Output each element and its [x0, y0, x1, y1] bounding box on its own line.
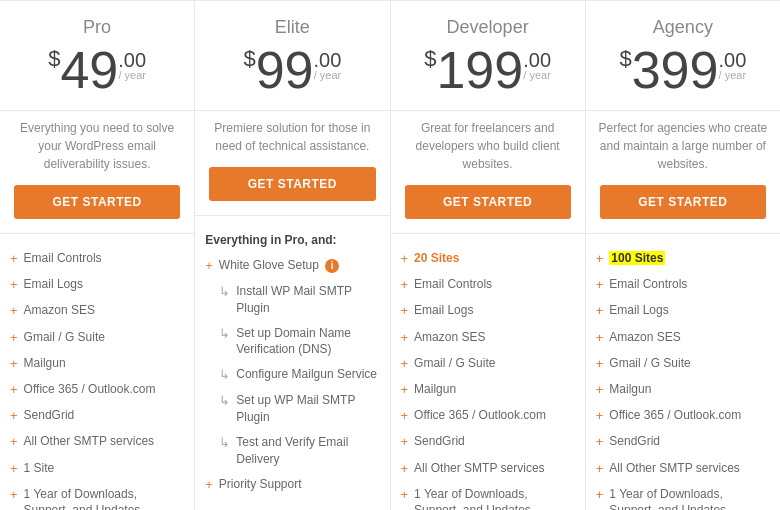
- plan-pro-amount: 49: [60, 44, 118, 96]
- feature-agency-8-text: All Other SMTP services: [609, 460, 770, 477]
- plan-elite-cta-button[interactable]: GET STARTED: [209, 167, 375, 201]
- plan-developer-feature-9: +1 Year of Downloads, Support, and Updat…: [401, 482, 575, 510]
- feature-agency-2-text: Email Logs: [609, 302, 770, 319]
- plan-pro-currency: $: [48, 48, 60, 70]
- plan-agency-name: Agency: [598, 17, 768, 38]
- plan-developer-currency: $: [424, 48, 436, 70]
- plan-elite-price: $99.00/ year: [207, 44, 377, 96]
- plus-icon: +: [10, 329, 18, 347]
- plus-icon: +: [10, 460, 18, 478]
- plan-agency-feature-4: +Gmail / G Suite: [596, 351, 770, 377]
- plan-elite-feature-2: ↳Set up Domain Name Verification (DNS): [205, 321, 379, 363]
- info-icon[interactable]: i: [325, 259, 339, 273]
- feature-developer-9-text: 1 Year of Downloads, Support, and Update…: [414, 486, 575, 510]
- plan-developer-cta-button[interactable]: GET STARTED: [405, 185, 571, 219]
- plan-elite-features: Everything in Pro, and:+White Glove Setu…: [195, 215, 389, 510]
- feature-elite-6-text: Priority Support: [219, 476, 380, 493]
- feature-agency-3-text: Amazon SES: [609, 329, 770, 346]
- plan-developer-amount: 199: [436, 44, 523, 96]
- plan-developer-header: Developer$199.00/ year: [391, 1, 585, 111]
- plan-agency-amount: 399: [632, 44, 719, 96]
- plan-developer-description: Great for freelancers and developers who…: [391, 111, 585, 185]
- plan-developer-per-year: / year: [523, 70, 551, 81]
- plan-agency-feature-8: +All Other SMTP services: [596, 456, 770, 482]
- plan-agency-cta-button[interactable]: GET STARTED: [600, 185, 766, 219]
- plan-agency-price: $399.00/ year: [598, 44, 768, 96]
- indent-icon: ↳: [219, 366, 230, 384]
- feature-agency-6-text: Office 365 / Outlook.com: [609, 407, 770, 424]
- plan-developer-name: Developer: [403, 17, 573, 38]
- plan-pro-price: $49.00/ year: [12, 44, 182, 96]
- plan-elite-feature-1: ↳Install WP Mail SMTP Plugin: [205, 279, 379, 321]
- plus-icon: +: [10, 381, 18, 399]
- plan-elite-feature-0: +White Glove Setup i: [205, 253, 379, 279]
- feature-elite-0-text: White Glove Setup i: [219, 257, 380, 274]
- plan-developer-feature-0: +20 Sites: [401, 246, 575, 272]
- plan-pro-feature-8: +1 Site: [10, 456, 184, 482]
- plus-icon: +: [205, 257, 213, 275]
- plan-developer-features: +20 Sites+Email Controls+Email Logs+Amaz…: [391, 233, 585, 510]
- feature-developer-6-text: Office 365 / Outlook.com: [414, 407, 575, 424]
- feature-agency-0-text: 100 Sites: [609, 250, 770, 267]
- plus-icon: +: [10, 355, 18, 373]
- plus-icon: +: [10, 302, 18, 320]
- plan-agency-cents: .00: [718, 50, 746, 70]
- plan-pro-header: Pro$49.00/ year: [0, 1, 194, 111]
- plan-elite-name: Elite: [207, 17, 377, 38]
- plan-developer: Developer$199.00/ yearGreat for freelanc…: [391, 1, 586, 510]
- plus-icon: +: [596, 355, 604, 373]
- plan-pro-feature-9: +1 Year of Downloads, Support, and Updat…: [10, 482, 184, 510]
- feature-developer-1-text: Email Controls: [414, 276, 575, 293]
- plan-elite-cents: .00: [314, 50, 342, 70]
- plus-icon: +: [596, 250, 604, 268]
- plan-elite-feature-4: ↳Set up WP Mail SMTP Plugin: [205, 388, 379, 430]
- plan-elite-amount: 99: [256, 44, 314, 96]
- plus-icon: +: [401, 250, 409, 268]
- plus-icon: +: [596, 381, 604, 399]
- plus-icon: +: [596, 460, 604, 478]
- plan-agency-currency: $: [619, 48, 631, 70]
- feature-developer-8-text: All Other SMTP services: [414, 460, 575, 477]
- feature-elite-3-text: Configure Mailgun Service: [236, 366, 379, 383]
- feature-pro-7-text: All Other SMTP services: [24, 433, 185, 450]
- feature-pro-4-text: Mailgun: [24, 355, 185, 372]
- plan-agency: Agency$399.00/ yearPerfect for agencies …: [586, 1, 780, 510]
- plans-container: Pro$49.00/ yearEverything you need to so…: [0, 0, 780, 510]
- plan-elite-per-year: / year: [314, 70, 342, 81]
- plan-pro-cents: .00: [118, 50, 146, 70]
- plan-developer-feature-6: +Office 365 / Outlook.com: [401, 403, 575, 429]
- feature-elite-4-text: Set up WP Mail SMTP Plugin: [236, 392, 379, 426]
- feature-agency-5-text: Mailgun: [609, 381, 770, 398]
- plan-pro-feature-7: +All Other SMTP services: [10, 429, 184, 455]
- plan-agency-feature-5: +Mailgun: [596, 377, 770, 403]
- plan-elite-features-intro: Everything in Pro, and:: [205, 228, 379, 253]
- plan-elite-header: Elite$99.00/ year: [195, 1, 389, 111]
- plan-pro-features: +Email Controls+Email Logs+Amazon SES+Gm…: [0, 233, 194, 510]
- plus-icon: +: [596, 302, 604, 320]
- plan-elite-description: Premiere solution for those in need of t…: [195, 111, 389, 167]
- plan-developer-feature-7: +SendGrid: [401, 429, 575, 455]
- feature-developer-2-text: Email Logs: [414, 302, 575, 319]
- feature-elite-2-text: Set up Domain Name Verification (DNS): [236, 325, 379, 359]
- feature-elite-1-text: Install WP Mail SMTP Plugin: [236, 283, 379, 317]
- plan-agency-header: Agency$399.00/ year: [586, 1, 780, 111]
- plan-elite: Elite$99.00/ yearPremiere solution for t…: [195, 1, 390, 510]
- plan-agency-feature-0: +100 Sites: [596, 246, 770, 272]
- plan-pro-per-year: / year: [118, 70, 146, 81]
- feature-developer-3-text: Amazon SES: [414, 329, 575, 346]
- plus-icon: +: [401, 460, 409, 478]
- plus-icon: +: [10, 433, 18, 451]
- plan-pro-feature-1: +Email Logs: [10, 272, 184, 298]
- feature-developer-4-text: Gmail / G Suite: [414, 355, 575, 372]
- plan-pro: Pro$49.00/ yearEverything you need to so…: [0, 1, 195, 510]
- feature-pro-8-text: 1 Site: [24, 460, 185, 477]
- plan-developer-cents: .00: [523, 50, 551, 70]
- plan-agency-feature-6: +Office 365 / Outlook.com: [596, 403, 770, 429]
- plus-icon: +: [596, 433, 604, 451]
- plus-icon: +: [596, 329, 604, 347]
- plan-developer-feature-1: +Email Controls: [401, 272, 575, 298]
- plan-elite-feature-3: ↳Configure Mailgun Service: [205, 362, 379, 388]
- indent-icon: ↳: [219, 325, 230, 343]
- plan-developer-price: $199.00/ year: [403, 44, 573, 96]
- plan-pro-cta-button[interactable]: GET STARTED: [14, 185, 180, 219]
